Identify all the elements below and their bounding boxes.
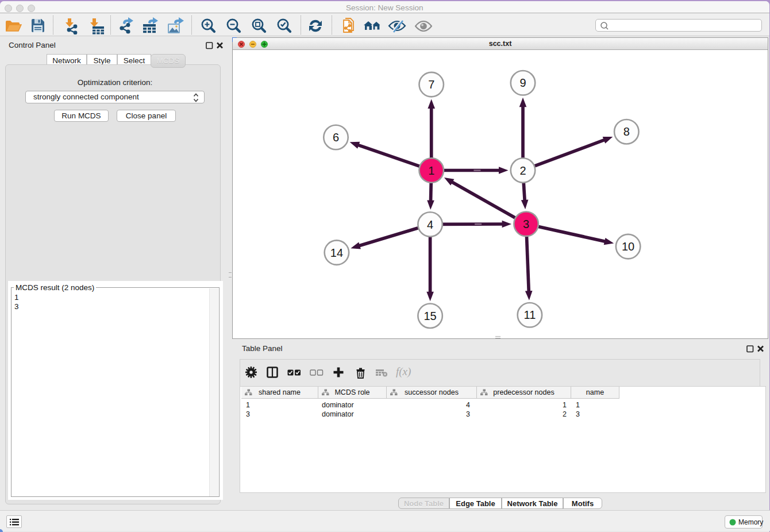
svg-text:2: 2 [519,164,526,177]
svg-text:10: 10 [622,240,634,253]
svg-text:6: 6 [333,131,339,144]
svg-text:4: 4 [427,218,433,231]
svg-text:9: 9 [519,76,526,89]
svg-text:11: 11 [524,309,536,321]
svg-text:1: 1 [428,164,434,177]
svg-text:8: 8 [623,125,630,138]
svg-text:15: 15 [424,310,436,322]
svg-text:14: 14 [330,246,343,259]
svg-text:7: 7 [428,78,434,91]
svg-text:3: 3 [523,218,529,230]
